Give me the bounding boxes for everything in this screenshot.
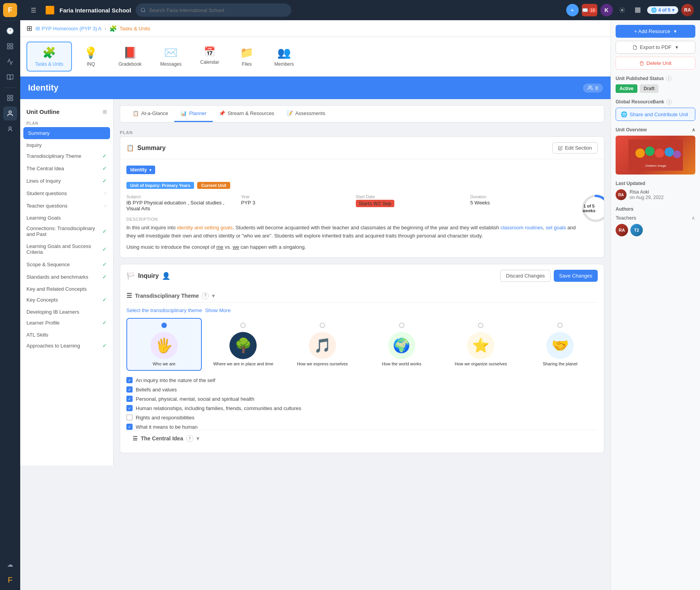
- outline-item-key-concepts[interactable]: Key Concepts ✓: [20, 293, 113, 306]
- version-badge[interactable]: 🌐 4 of 5 ▾: [647, 6, 678, 14]
- show-more-link[interactable]: Show More: [205, 307, 231, 313]
- outline-item-student-questions[interactable]: Student questions ○: [20, 187, 113, 199]
- svg-rect-20: [637, 11, 638, 12]
- outline-item-learner-profile[interactable]: Learner Profile ✓: [20, 316, 113, 329]
- theme-how-organize[interactable]: ⭐ How we organize ourselves: [443, 318, 519, 371]
- meta-start-date: Start Date Starts W2 Sep: [356, 194, 466, 211]
- nav-chart[interactable]: [3, 55, 17, 69]
- theme-sharing[interactable]: 🤝 Sharing the planet: [522, 318, 598, 371]
- svg-point-28: [655, 148, 664, 158]
- ci-help-icon[interactable]: ?: [186, 435, 193, 442]
- delete-unit-button[interactable]: Delete Unit: [616, 57, 695, 70]
- mail-button[interactable]: ✉️ 16: [582, 4, 597, 16]
- status-badges: Active Draft: [616, 84, 695, 93]
- cb-5[interactable]: [126, 414, 133, 421]
- nav-clock[interactable]: 🕐: [3, 24, 17, 38]
- nav-cloud[interactable]: ☁: [3, 557, 17, 571]
- cb-3[interactable]: ✓: [126, 396, 133, 402]
- user-avatar[interactable]: RA: [681, 4, 694, 16]
- unit-published-section: Unit Published Status i Active Draft: [616, 76, 695, 93]
- dropdown-arrow[interactable]: ▾: [212, 293, 215, 299]
- tab-planner[interactable]: 📊 Planner: [174, 106, 213, 122]
- nav-grid[interactable]: [3, 91, 17, 105]
- add-resource-button[interactable]: + Add Resource ▾: [616, 25, 695, 38]
- check-icon-trans: ✓: [102, 153, 107, 159]
- theme-where-we-are[interactable]: 🌳 Where we are in place and time: [206, 318, 281, 371]
- profile-k-button[interactable]: K: [600, 4, 613, 16]
- status-active-badge: Active: [616, 84, 637, 93]
- tab-at-a-glance[interactable]: 📋 At-a-Glance: [126, 106, 174, 122]
- developing-ib-label: Developing IB Learners: [20, 306, 113, 316]
- tab-assessments[interactable]: 📝 Assessments: [280, 106, 331, 122]
- nav-user-active[interactable]: [3, 106, 17, 120]
- unit-overview-section: Unit Overview ∧ Children Image: [616, 127, 695, 175]
- search-input[interactable]: [149, 7, 287, 13]
- outline-item-connections[interactable]: Connections: Transdisciplinary and Past …: [20, 222, 113, 240]
- tab-gradebook[interactable]: 📕 Gradebook: [110, 42, 150, 72]
- learning-goals-label: Learning Goals: [20, 212, 113, 222]
- center-panel: ⊞ IB PYP Homeroom (PYP 3) A › 🧩 Tasks & …: [20, 20, 611, 590]
- discard-changes-button[interactable]: Discard Changes: [500, 270, 551, 282]
- add-button[interactable]: +: [566, 4, 579, 16]
- authors-collapse-arrow[interactable]: ∧: [691, 215, 695, 221]
- tab-inq[interactable]: 💡 INQ: [74, 42, 108, 72]
- settings-button[interactable]: [616, 4, 628, 16]
- save-changes-button[interactable]: Save Changes: [554, 270, 598, 282]
- outline-item-lines-inquiry[interactable]: Lines of Inquiry ✓: [20, 175, 113, 187]
- nav-faria-icon[interactable]: F: [3, 573, 17, 587]
- apps-button[interactable]: [632, 4, 644, 16]
- theme-who-we-are[interactable]: 🖐️ Who we are: [126, 318, 202, 371]
- tab-files[interactable]: 📁 Files: [229, 42, 264, 72]
- global-resource-info[interactable]: i: [667, 99, 672, 105]
- theme-grid: 🖐️ Who we are 🌳: [126, 318, 598, 371]
- nav-book[interactable]: [3, 70, 17, 84]
- theme-how-world[interactable]: 🌍 How the world works: [364, 318, 439, 371]
- ci-dropdown[interactable]: ▾: [196, 435, 199, 442]
- outline-item-learning-goals-criteria[interactable]: Learning Goals and Success Criteria ✓: [20, 240, 113, 258]
- nav-home[interactable]: [3, 39, 17, 53]
- tab-stream-resources[interactable]: 📌 Stream & Resources: [213, 106, 280, 122]
- tab-members[interactable]: 👥 Members: [266, 42, 302, 72]
- outline-item-teacher-questions[interactable]: Teacher questions ○: [20, 199, 113, 212]
- breadcrumb-current[interactable]: 🧩 Tasks & Units: [109, 25, 150, 32]
- outline-item-trans-theme[interactable]: Transdisciplinary Theme ✓: [20, 150, 113, 162]
- tab-messages[interactable]: ✉️ Messages: [152, 42, 190, 72]
- right-panel: + Add Resource ▾ Export to PDF ▾ Delete …: [611, 20, 700, 590]
- cb-2[interactable]: ✓: [126, 386, 133, 393]
- inquiry-actions: Discard Changes Save Changes: [500, 270, 598, 282]
- cb-4[interactable]: ✓: [126, 405, 133, 411]
- app-logo[interactable]: F: [3, 3, 17, 17]
- theme-how-express[interactable]: 🎵 How we express ourselves: [285, 318, 360, 371]
- cb-1[interactable]: ✓: [126, 377, 133, 383]
- search-bar[interactable]: [136, 3, 291, 17]
- author-avatar-2: T2: [630, 224, 643, 236]
- outline-item-summary[interactable]: Summary: [23, 127, 110, 139]
- outline-item-scope-sequence[interactable]: Scope & Sequence ✓: [20, 258, 113, 271]
- svg-rect-15: [639, 8, 640, 9]
- start-date-badge: Starts W2 Sep: [356, 200, 395, 207]
- help-icon[interactable]: ?: [202, 292, 209, 299]
- share-contribute-button[interactable]: 🌐 Share and Contribute Unit: [616, 108, 695, 121]
- check-connections: ✓: [102, 228, 107, 234]
- svg-rect-13: [635, 8, 637, 9]
- svg-rect-2: [7, 47, 9, 49]
- cb-item-2: ✓ Beliefs and values: [126, 386, 598, 393]
- left-nav: F 🕐 ☁ F: [0, 0, 20, 590]
- cb-6[interactable]: ✓: [126, 424, 133, 430]
- hamburger-icon[interactable]: ☰: [26, 3, 40, 17]
- outline-toggle-icon[interactable]: ⊞: [103, 109, 107, 115]
- unit-published-info[interactable]: i: [666, 76, 672, 81]
- tab-calendar[interactable]: 📅 Calendar: [192, 42, 228, 72]
- theme-radio-who: [161, 323, 167, 328]
- desc-label: Description: [126, 217, 580, 222]
- export-pdf-button[interactable]: Export to PDF ▾: [616, 41, 695, 54]
- outline-item-standards[interactable]: Standards and benchmarks ✓: [20, 271, 113, 283]
- overview-collapse[interactable]: ∧: [692, 127, 695, 133]
- outline-item-central-idea[interactable]: The Central Idea ✓: [20, 162, 113, 175]
- outline-item-approaches[interactable]: Approaches to Learning ✓: [20, 339, 113, 352]
- breadcrumb-parent[interactable]: IB PYP Homeroom (PYP 3) A: [35, 26, 102, 31]
- cb-item-6: ✓ What it means to be human: [126, 424, 598, 430]
- tab-tasks-units[interactable]: 🧩 Tasks & Units: [26, 42, 72, 72]
- edit-section-button[interactable]: Edit Section: [552, 142, 598, 154]
- nav-person[interactable]: [3, 122, 17, 136]
